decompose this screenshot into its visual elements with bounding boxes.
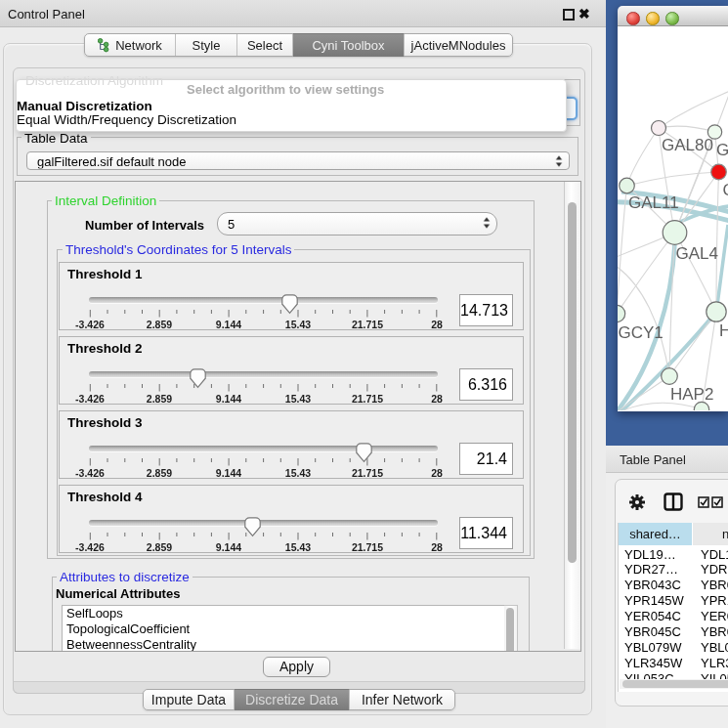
svg-text:HIS: HIS <box>719 321 728 340</box>
svg-text:HAP2: HAP2 <box>670 385 713 404</box>
svg-text:GAL80: GAL80 <box>662 136 713 154</box>
svg-text:GAL: GAL <box>716 141 728 159</box>
svg-text:GAL11: GAL11 <box>628 193 679 212</box>
svg-text:GAL4: GAL4 <box>676 244 718 263</box>
svg-text:GCY1: GCY1 <box>619 323 664 342</box>
svg-text:C: C <box>723 181 728 199</box>
